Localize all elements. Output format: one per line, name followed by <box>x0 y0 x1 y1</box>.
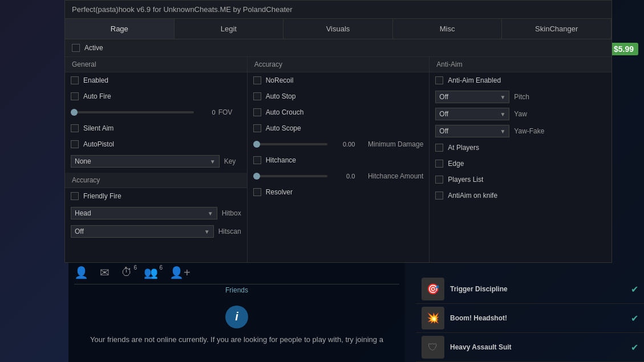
friendly-fire-row: Friendly Fire <box>65 188 247 204</box>
fov-row: 0 FOV <box>65 104 247 120</box>
hitchance-checkbox[interactable] <box>253 156 261 164</box>
auto-pistol-checkbox[interactable] <box>71 140 79 148</box>
norecoil-checkbox[interactable] <box>253 76 261 84</box>
heavy-assault-title: Heavy Assault Suit <box>450 343 631 351</box>
tab-misc[interactable]: Misc <box>393 19 503 39</box>
pitch-row: Off ▼ Pitch <box>430 88 611 105</box>
auto-pistol-label: AutoPistol <box>83 140 114 148</box>
auto-stop-checkbox[interactable] <box>253 92 261 100</box>
hitchance-amount-slider[interactable] <box>253 175 328 177</box>
friendly-fire-checkbox[interactable] <box>71 192 79 200</box>
history-badge: 6 <box>133 265 137 271</box>
friends-nav: 👤 ✉ ⏱6 👥6 👤+ <box>74 266 399 284</box>
yaw-fake-label: Yaw-Fake <box>514 127 544 135</box>
app-title: Perfect(pasta)hook v6.9 for UnknownCheat… <box>72 5 293 14</box>
col-accuracy: Accuracy NoRecoil Auto Stop Auto Crouch … <box>248 57 430 262</box>
history-icon[interactable]: ⏱6 <box>121 266 132 279</box>
hitscan-arrow: ▼ <box>204 229 210 235</box>
hitbox-value: Head <box>75 209 91 217</box>
tab-legit[interactable]: Legit <box>175 19 284 39</box>
cheat-menu: Perfect(pasta)hook v6.9 for UnknownCheat… <box>64 0 612 263</box>
heavy-assault-check: ✔ <box>631 342 638 353</box>
info-icon: i <box>225 306 248 328</box>
min-damage-slider[interactable] <box>253 143 328 145</box>
tab-skinchanger[interactable]: SkinChanger <box>502 19 611 39</box>
active-checkbox[interactable] <box>72 44 80 52</box>
key-label: Key <box>224 157 241 165</box>
add-friend-icon[interactable]: 👤+ <box>169 266 191 279</box>
headshot-title: Boom! Headshot! <box>450 314 631 322</box>
mail-icon[interactable]: ✉ <box>100 266 110 279</box>
auto-fire-row: Auto Fire <box>65 88 247 104</box>
pitch-dropdown[interactable]: Off ▼ <box>435 91 509 103</box>
auto-scope-checkbox[interactable] <box>253 124 261 132</box>
accuracy-header: Accuracy <box>248 57 430 72</box>
min-damage-thumb[interactable] <box>253 141 260 148</box>
at-players-checkbox[interactable] <box>435 144 443 152</box>
headshot-check: ✔ <box>631 313 638 324</box>
hitchance-amount-value: 0.0 <box>332 173 355 180</box>
enabled-row: Enabled <box>65 72 247 88</box>
antiaim-on-knife-label: AntiAim on knife <box>448 192 497 200</box>
antiaim-on-knife-row: AntiAim on knife <box>430 188 611 204</box>
yaw-value: Off <box>439 110 448 118</box>
key-row: None ▼ Key <box>65 152 247 170</box>
tab-rage[interactable]: Rage <box>65 19 175 39</box>
hitscan-value: Off <box>75 227 84 235</box>
hitscan-dropdown[interactable]: Off ▼ <box>71 225 214 238</box>
antiaim-header: Anti-Aim <box>430 57 611 72</box>
antiaim-enabled-checkbox[interactable] <box>435 76 443 84</box>
title-bar: Perfect(pasta)hook v6.9 for UnknownCheat… <box>65 1 611 19</box>
hitbox-row: Head ▼ Hitbox <box>65 204 247 222</box>
players-list-row: Players List <box>430 172 611 188</box>
pitch-arrow: ▼ <box>500 94 505 100</box>
key-value: None <box>75 157 91 165</box>
hitchance-row: Hitchance <box>248 152 430 168</box>
at-players-row: At Players <box>430 140 611 156</box>
fov-slider[interactable] <box>71 111 194 113</box>
tab-visuals[interactable]: Visuals <box>283 19 393 39</box>
enabled-checkbox[interactable] <box>71 76 79 84</box>
norecoil-row: NoRecoil <box>248 72 430 88</box>
fov-thumb[interactable] <box>71 109 78 116</box>
players-list-checkbox[interactable] <box>435 176 443 184</box>
yaw-fake-dropdown[interactable]: Off ▼ <box>435 125 509 137</box>
hitchance-amount-thumb[interactable] <box>253 173 260 180</box>
auto-fire-checkbox[interactable] <box>71 92 79 100</box>
trigger-discipline-check: ✔ <box>631 284 638 295</box>
min-damage-label: Minimum Damage <box>355 140 423 148</box>
edge-checkbox[interactable] <box>435 160 443 168</box>
min-damage-row: 0.00 Minimum Damage <box>248 136 430 152</box>
silent-aim-label: Silent Aim <box>83 124 114 132</box>
resolver-checkbox[interactable] <box>253 188 261 196</box>
friends-label: Friends <box>74 284 399 294</box>
trigger-discipline-title: Trigger Discipline <box>450 285 631 293</box>
auto-fire-label: Auto Fire <box>83 92 111 100</box>
headshot-item: 💥 Boom! Headshot! ✔ <box>416 304 644 333</box>
auto-crouch-row: Auto Crouch <box>248 104 430 120</box>
enabled-label: Enabled <box>83 76 108 84</box>
auto-stop-label: Auto Stop <box>266 92 296 100</box>
min-damage-value: 0.00 <box>332 141 355 148</box>
active-label: Active <box>84 44 103 52</box>
auto-crouch-checkbox[interactable] <box>253 108 261 116</box>
key-dropdown[interactable]: None ▼ <box>71 155 220 168</box>
profile-icon[interactable]: 👤 <box>74 266 88 279</box>
headshot-icon: 💥 <box>422 307 444 330</box>
antiaim-enabled-label: Anti-Aim Enabled <box>448 76 501 84</box>
edge-label: Edge <box>448 160 464 168</box>
edge-row: Edge <box>430 156 611 172</box>
yaw-arrow: ▼ <box>500 111 505 117</box>
silent-aim-row: Silent Aim <box>65 120 247 136</box>
group-icon[interactable]: 👥6 <box>144 266 158 279</box>
yaw-row: Off ▼ Yaw <box>430 105 611 123</box>
yaw-fake-value: Off <box>439 127 448 135</box>
silent-aim-checkbox[interactable] <box>71 124 79 132</box>
yaw-dropdown[interactable]: Off ▼ <box>435 108 509 120</box>
key-dropdown-arrow: ▼ <box>210 158 216 165</box>
friendly-fire-label: Friendly Fire <box>83 192 121 200</box>
hitscan-row: Off ▼ Hitscan <box>65 222 247 241</box>
antiaim-on-knife-checkbox[interactable] <box>435 192 443 200</box>
hitbox-dropdown[interactable]: Head ▼ <box>71 207 217 219</box>
col-antiaim: Anti-Aim Anti-Aim Enabled Off ▼ Pitch Of… <box>430 57 611 262</box>
